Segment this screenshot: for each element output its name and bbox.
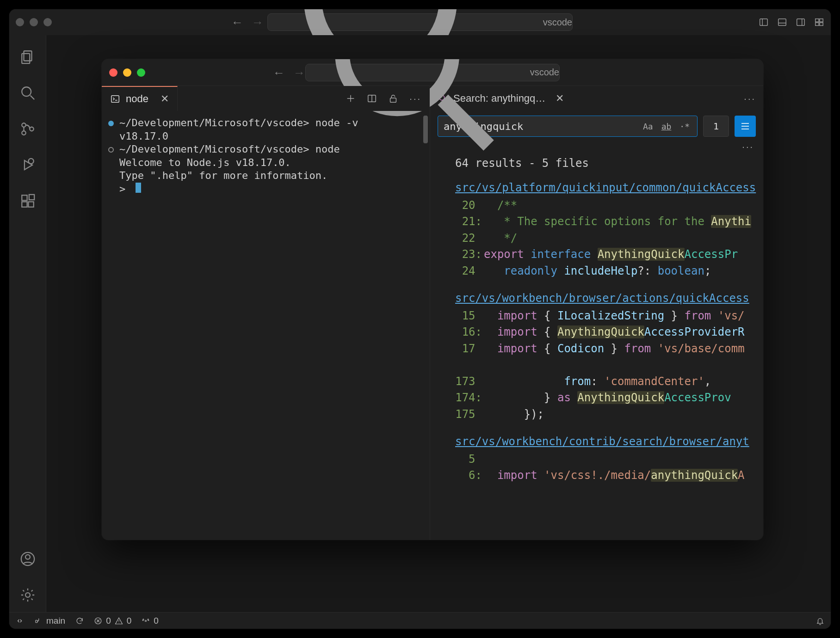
ports-count: 0 — [154, 616, 159, 626]
traffic-close[interactable] — [109, 68, 117, 77]
terminal-line: v18.17.0 — [108, 130, 423, 143]
svg-rect-24 — [29, 195, 34, 200]
terminal-line: > — [108, 183, 423, 196]
inner-nav-forward-icon[interactable]: → — [293, 67, 305, 79]
svg-point-17 — [22, 131, 26, 135]
terminal-tabbar: node ✕ ··· — [102, 86, 430, 111]
svg-rect-23 — [28, 202, 33, 207]
result-line[interactable]: 175 }); — [434, 406, 763, 423]
layout-controls — [759, 17, 824, 27]
svg-rect-13 — [22, 54, 30, 63]
svg-point-26 — [25, 555, 30, 559]
svg-rect-30 — [111, 96, 119, 103]
layout-sidebar-left-icon[interactable] — [759, 17, 769, 27]
search-results[interactable]: src/vs/platform/quickinput/common/quickA… — [430, 177, 763, 540]
nav-back-icon[interactable]: ← — [231, 16, 243, 28]
sync-button[interactable] — [75, 617, 84, 625]
traffic-minimize[interactable] — [123, 68, 131, 77]
branch-button[interactable]: main — [34, 616, 65, 626]
traffic-close-dim[interactable] — [16, 18, 24, 26]
svg-rect-9 — [820, 19, 823, 22]
search-options: Aa ab ·* — [641, 121, 692, 132]
activity-extensions-icon[interactable] — [20, 193, 36, 209]
inner-command-center[interactable]: vscode — [305, 64, 560, 81]
outer-nav-arrows: ← → — [231, 16, 264, 28]
terminal-line: Welcome to Node.js v18.17.0. — [108, 156, 423, 170]
terminal-line: ~/Development/Microsoft/vscode> node -v — [108, 117, 423, 130]
activity-accounts-icon[interactable] — [20, 551, 36, 567]
activity-debug-icon[interactable] — [20, 157, 36, 173]
svg-line-29 — [443, 100, 489, 146]
traffic-max-dim[interactable] — [43, 18, 52, 26]
result-line[interactable] — [434, 357, 763, 374]
warning-count: 0 — [127, 616, 132, 626]
inner-command-center-text: vscode — [530, 67, 559, 78]
terminal-line: ~/Development/Microsoft/vscode> node — [108, 143, 423, 156]
outer-vscode-window: ← → vscode — [9, 9, 831, 629]
result-file-path[interactable]: src/vs/workbench/contrib/search/browser/… — [434, 431, 763, 451]
close-icon[interactable]: ✕ — [161, 93, 169, 105]
result-line[interactable]: 23:export interface AnythingQuickAccessP… — [434, 246, 763, 263]
result-line[interactable]: 174: } as AnythingQuickAccessProv — [434, 390, 763, 406]
svg-point-16 — [22, 123, 26, 127]
regex-toggle[interactable]: ·* — [678, 121, 692, 132]
layout-sidebar-right-icon[interactable] — [796, 17, 806, 27]
svg-rect-10 — [815, 23, 819, 25]
result-line[interactable]: 173 from: 'commandCenter', — [434, 374, 763, 390]
outer-body: ← → vscode node — [9, 35, 831, 612]
traffic-min-dim[interactable] — [30, 18, 38, 26]
result-line[interactable]: 20 /** — [434, 197, 763, 214]
split-editor-icon[interactable] — [367, 93, 377, 104]
terminal-tab-label: node — [126, 93, 148, 105]
svg-line-15 — [30, 96, 34, 100]
result-line[interactable]: 24 readonly includeHelp?: boolean; — [434, 263, 763, 280]
terminal-tab[interactable]: node ✕ — [102, 86, 178, 111]
inner-nav-back-icon[interactable]: ← — [273, 67, 285, 79]
outer-traffic-lights — [16, 18, 52, 26]
terminal-icon — [110, 94, 120, 104]
result-line[interactable]: 21: * The specific options for the Anyth… — [434, 214, 763, 230]
outer-titlebar: ← → vscode — [9, 9, 831, 35]
more-icon[interactable]: ··· — [744, 93, 756, 104]
result-line[interactable]: 16: import { AnythingQuickAccessProvider… — [434, 324, 763, 341]
terminal-tab-actions: ··· — [346, 93, 430, 104]
svg-rect-6 — [797, 19, 805, 26]
svg-rect-21 — [22, 195, 27, 200]
more-icon[interactable]: ··· — [409, 93, 421, 104]
activity-explorer-icon[interactable] — [20, 49, 36, 65]
activity-search-icon[interactable] — [20, 85, 36, 101]
result-line[interactable]: 6: import 'vs/css!./media/anythingQuickA — [434, 467, 763, 484]
remote-button[interactable] — [16, 617, 24, 625]
layout-panel-icon[interactable] — [777, 17, 787, 27]
svg-rect-41 — [36, 620, 37, 622]
notifications-button[interactable] — [816, 617, 824, 625]
result-line[interactable]: 15 import { ILocalizedString } from 'vs/ — [434, 308, 763, 325]
terminal-pane: node ✕ ··· — [102, 86, 430, 540]
lock-icon[interactable] — [388, 93, 398, 104]
layout-customize-icon[interactable] — [814, 17, 824, 27]
terminal-scrollbar[interactable] — [423, 116, 428, 143]
outer-command-center-text: vscode — [543, 17, 572, 28]
view-as-list-toggle[interactable] — [735, 116, 756, 137]
result-line[interactable]: 5 — [434, 451, 763, 468]
outer-command-center[interactable]: vscode — [267, 13, 573, 31]
match-case-toggle[interactable]: Aa — [641, 121, 655, 132]
match-word-toggle[interactable]: ab — [660, 121, 673, 132]
close-icon[interactable]: ✕ — [556, 92, 564, 104]
result-line[interactable]: 22 */ — [434, 230, 763, 247]
context-lines-input[interactable]: 1 — [703, 116, 729, 137]
terminal-output[interactable]: ~/Development/Microsoft/vscode> node -vv… — [102, 111, 430, 540]
traffic-maximize[interactable] — [137, 68, 145, 77]
problems-button[interactable]: 0 0 — [94, 616, 131, 626]
ports-button[interactable]: 0 — [142, 616, 159, 626]
new-terminal-icon[interactable] — [346, 93, 356, 104]
activity-settings-icon[interactable] — [20, 587, 36, 603]
svg-rect-11 — [820, 23, 823, 25]
activity-scm-icon[interactable] — [20, 121, 36, 137]
branch-name: main — [46, 616, 65, 626]
search-more-icon[interactable]: ··· — [742, 141, 754, 152]
nav-forward-icon[interactable]: → — [252, 16, 264, 28]
svg-rect-4 — [778, 19, 786, 26]
result-line[interactable]: 17 import { Codicon } from 'vs/base/comm — [434, 341, 763, 357]
result-file-path[interactable]: src/vs/workbench/browser/actions/quickAc… — [434, 288, 763, 308]
